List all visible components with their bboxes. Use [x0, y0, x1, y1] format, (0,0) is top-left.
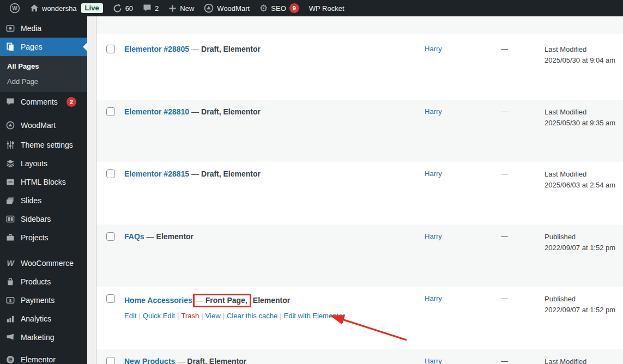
row-checkbox[interactable] — [106, 45, 115, 53]
row-checkbox[interactable] — [106, 107, 115, 116]
row-checkbox[interactable] — [106, 294, 115, 303]
dollar-card-icon: $ — [5, 296, 16, 305]
sidebar-item-label: Comments — [21, 98, 58, 106]
sidebar-item-label: Marketing — [21, 333, 54, 342]
comments-menu[interactable]: 2 — [138, 0, 164, 16]
sidebar-item-label: Pages — [21, 43, 43, 51]
page-title-link[interactable]: Elementor #28815 — [124, 169, 189, 178]
table-row: New Products—Draft, Elementor Harry — La… — [96, 349, 623, 364]
site-link[interactable]: wondersha Live — [25, 0, 108, 16]
row-status: Published — [545, 294, 623, 305]
table-row: Elementor #28810—Draft, Elementor Harry … — [96, 100, 623, 162]
page-title-link[interactable]: Home Accessories — [124, 296, 192, 305]
sidebar-item-label: WooCommerce — [21, 259, 74, 268]
sidebar-item-sidebars[interactable]: Sidebars — [0, 210, 87, 228]
new-content-menu[interactable]: New — [164, 0, 199, 16]
sidebar-item-comments[interactable]: Comments 2 — [0, 93, 87, 111]
sidebar-item-add-page[interactable]: Add Page — [0, 74, 87, 89]
author-link[interactable]: Harry — [425, 294, 442, 302]
seo-toolbar-menu[interactable]: ⚙ SEO 9 — [255, 0, 304, 16]
edit-with-elementor-link[interactable]: Edit with Elementor — [284, 312, 345, 320]
title-state-dash: — — [196, 296, 203, 305]
sidebar-item-media[interactable]: Media — [0, 19, 87, 38]
page-title-link[interactable]: New Products — [124, 357, 175, 364]
sidebar-item-theme-settings[interactable]: Theme settings — [0, 136, 87, 154]
sidebar-item-products[interactable]: Products — [0, 272, 87, 291]
woodmart-label: WoodMart — [217, 4, 250, 13]
sidebar-item-woocommerce[interactable]: W WooCommerce — [0, 254, 87, 272]
admin-bar: W wondersha Live 60 2 New — [0, 0, 623, 16]
sidebar-item-label: Layouts — [21, 159, 47, 168]
sidebar-item-html-blocks[interactable]: </> HTML Blocks — [0, 173, 87, 191]
pages-icon — [5, 43, 16, 51]
row-status: Last Modified — [545, 107, 623, 118]
sidebar-item-payments[interactable]: $ Payments — [0, 291, 87, 310]
author-link[interactable]: Harry — [425, 232, 442, 240]
page-title-link[interactable]: Elementor #28810 — [124, 107, 189, 116]
updates-count: 60 — [125, 4, 133, 13]
row-date: 2025/06/03 at 2:54 am — [545, 180, 623, 191]
row-checkbox[interactable] — [106, 169, 115, 178]
sidebar-item-pages[interactable]: Pages — [0, 38, 87, 56]
site-name: wondersha — [42, 4, 77, 13]
updates-menu[interactable]: 60 — [108, 0, 138, 16]
slides-icon — [5, 196, 16, 205]
elementor-icon — [5, 355, 16, 364]
post-state: Draft, Elementor — [201, 45, 261, 53]
post-state: Draft, Elementor — [201, 107, 261, 116]
row-checkbox[interactable] — [106, 357, 115, 364]
page-title-link[interactable]: Elementor #28805 — [124, 45, 189, 53]
sidebar-item-label: Slides — [21, 196, 41, 205]
woodmart-icon — [204, 3, 214, 13]
clear-cache-link[interactable]: Clear this cache — [227, 312, 277, 320]
sidebar-item-label: Sidebars — [21, 215, 51, 223]
author-link[interactable]: Harry — [425, 357, 442, 364]
wordpress-logo-menu[interactable]: W — [4, 0, 25, 16]
sidebar-item-elementor[interactable]: Elementor — [0, 350, 87, 364]
sliders-icon — [5, 141, 16, 149]
author-link[interactable]: Harry — [425, 45, 442, 53]
sidebar-item-analytics[interactable]: Analytics — [0, 310, 87, 328]
row-date: 2022/09/07 at 1:52 pm — [545, 305, 623, 316]
woocommerce-icon: W — [5, 259, 16, 267]
front-page-annotation-box: —Front Page, — [193, 294, 251, 307]
title-line: Home Accessories—Front Page,Elementor — [124, 294, 425, 307]
woodmart-toolbar-menu[interactable]: WoodMart — [199, 0, 255, 16]
row-status: Last Modified — [545, 169, 623, 180]
updates-icon — [113, 4, 122, 13]
comment-bubble-icon — [143, 4, 152, 13]
comments-dash: — — [501, 45, 508, 53]
plus-icon — [168, 4, 177, 13]
wp-rocket-toolbar-menu[interactable]: WP Rocket — [304, 0, 349, 16]
view-link[interactable]: View — [205, 312, 221, 320]
comments-dash: — — [501, 232, 508, 240]
action-separator: | — [138, 312, 140, 320]
sidebar-item-layouts[interactable]: Layouts — [0, 154, 87, 173]
page-title-link[interactable]: FAQs — [124, 232, 144, 241]
seo-label: SEO — [271, 4, 286, 13]
author-link[interactable]: Harry — [425, 107, 442, 116]
table-row: Elementor #28805—Draft, Elementor Harry … — [96, 34, 623, 100]
sidebar-item-label: Theme settings — [21, 141, 73, 149]
sidebar-item-slides[interactable]: Slides — [0, 191, 87, 210]
table-row: FAQs—Elementor Harry — Published 2022/09… — [96, 225, 623, 287]
live-badge: Live — [81, 3, 103, 13]
sidebar-item-marketing[interactable]: Marketing — [0, 328, 87, 347]
row-date: 2025/05/30 at 9:35 am — [545, 118, 623, 129]
sidebar-item-all-pages[interactable]: All Pages — [0, 58, 87, 74]
submenu-item-label: All Pages — [7, 62, 39, 70]
comments-count: 2 — [155, 4, 159, 13]
sidebar-item-woodmart[interactable]: WoodMart — [0, 116, 87, 135]
quick-edit-link[interactable]: Quick Edit — [143, 312, 175, 320]
wordpress-admin-page: W wondersha Live 60 2 New — [0, 0, 623, 364]
comments-dash: — — [501, 107, 508, 116]
code-block-icon: </> — [5, 178, 16, 186]
sidebar-item-projects[interactable]: Projects — [0, 228, 87, 247]
edit-link[interactable]: Edit — [124, 312, 136, 320]
author-link[interactable]: Harry — [425, 169, 442, 178]
sidebar-item-label: Elementor — [21, 355, 56, 364]
row-checkbox[interactable] — [106, 232, 115, 241]
row-date: 2025/05/30 at 9:04 am — [545, 55, 623, 66]
media-icon — [5, 24, 16, 33]
trash-link[interactable]: Trash — [181, 312, 199, 320]
